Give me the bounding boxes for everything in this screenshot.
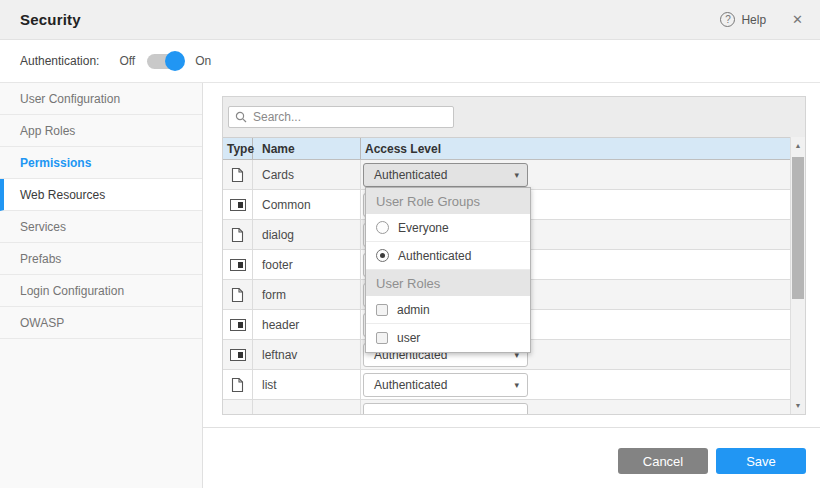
help-icon[interactable]: ? xyxy=(720,12,735,27)
access-cell: Authenticated ▾ xyxy=(361,370,790,399)
sidebar-item-label: Web Resources xyxy=(20,188,105,202)
access-cell xyxy=(361,400,790,414)
close-icon[interactable]: ✕ xyxy=(792,12,803,27)
table-row-partial xyxy=(223,400,790,414)
name-cell: header xyxy=(253,310,361,339)
page-icon xyxy=(231,227,244,243)
access-level-dropdown[interactable] xyxy=(363,403,528,415)
chevron-down-icon: ▾ xyxy=(514,380,519,390)
sidebar-item-web-resources[interactable]: Web Resources xyxy=(0,179,202,211)
access-level-dropdown[interactable]: Authenticated ▾ xyxy=(363,163,528,187)
name-cell: Cards xyxy=(253,160,361,189)
name-cell: list xyxy=(253,370,361,399)
group-header-user-roles: User Roles xyxy=(366,270,530,296)
scroll-up-icon[interactable]: ▲ xyxy=(791,138,805,153)
sidebar-item-label: App Roles xyxy=(20,124,75,138)
table-row: Cards Authenticated ▾ xyxy=(223,160,790,190)
sidebar-item-permissions[interactable]: Permissions xyxy=(0,147,202,179)
sidebar-item-services[interactable]: Services xyxy=(0,211,202,243)
checkbox-icon[interactable] xyxy=(376,304,388,316)
sidebar-item-login-configuration[interactable]: Login Configuration xyxy=(0,275,202,307)
option-admin[interactable]: admin xyxy=(366,296,530,324)
toggle-on-label: On xyxy=(195,54,211,68)
partial-icon xyxy=(230,259,246,271)
option-label: user xyxy=(397,331,420,345)
name-cell: dialog xyxy=(253,220,361,249)
authentication-bar: Authentication: Off On xyxy=(0,40,820,83)
window-titlebar: Security ? Help ✕ xyxy=(0,0,820,40)
option-everyone[interactable]: Everyone xyxy=(366,214,530,242)
sidebar: User Configuration App Roles Permissions… xyxy=(0,83,203,488)
access-cell: Authenticated ▾ xyxy=(361,160,790,189)
radio-checked-icon[interactable] xyxy=(376,249,389,262)
page-icon xyxy=(231,167,244,183)
sidebar-item-label: User Configuration xyxy=(20,92,120,106)
footer-bar: Cancel Save xyxy=(203,427,820,488)
column-header-type: Type xyxy=(223,138,253,159)
name-cell: Common xyxy=(253,190,361,219)
group-header-user-role-groups: User Role Groups xyxy=(366,188,530,214)
sidebar-item-label: Services xyxy=(20,220,66,234)
table-header-row: Type Name Access Level xyxy=(223,137,790,160)
dropdown-value: Authenticated xyxy=(374,378,447,392)
scroll-down-icon[interactable]: ▼ xyxy=(791,398,805,413)
radio-icon[interactable] xyxy=(376,221,389,234)
page-title: Security xyxy=(20,11,81,28)
partial-icon xyxy=(230,349,246,361)
type-cell xyxy=(223,250,253,279)
sidebar-item-owasp[interactable]: OWASP xyxy=(0,307,202,339)
type-cell xyxy=(223,310,253,339)
option-user[interactable]: user xyxy=(366,324,530,352)
access-level-dropdown[interactable]: Authenticated ▾ xyxy=(363,373,528,397)
sidebar-item-app-roles[interactable]: App Roles xyxy=(0,115,202,147)
search-icon xyxy=(235,111,247,123)
security-window: Security ? Help ✕ Authentication: Off On… xyxy=(0,0,820,488)
type-cell xyxy=(223,220,253,249)
type-cell xyxy=(223,400,253,414)
search-box[interactable] xyxy=(228,106,454,128)
page-icon xyxy=(231,377,244,393)
access-level-dropdown-panel: User Role Groups Everyone Authenticated … xyxy=(365,187,531,353)
option-label: Everyone xyxy=(398,221,449,235)
name-cell: form xyxy=(253,280,361,309)
main-content: Type Name Access Level Cards xyxy=(203,83,820,488)
type-cell xyxy=(223,340,253,369)
type-cell xyxy=(223,280,253,309)
table-row: list Authenticated ▾ xyxy=(223,370,790,400)
sidebar-item-label: Permissions xyxy=(20,156,91,170)
scrollbar-thumb[interactable] xyxy=(792,157,804,299)
sidebar-item-user-configuration[interactable]: User Configuration xyxy=(0,83,202,115)
option-authenticated[interactable]: Authenticated xyxy=(366,242,530,270)
column-header-access-level: Access Level xyxy=(361,138,790,159)
sidebar-item-label: OWASP xyxy=(20,316,64,330)
sidebar-item-label: Prefabs xyxy=(20,252,61,266)
authentication-toggle[interactable] xyxy=(147,54,183,69)
type-cell xyxy=(223,370,253,399)
sidebar-item-label: Login Configuration xyxy=(20,284,124,298)
search-input[interactable] xyxy=(253,110,447,124)
toggle-knob xyxy=(165,51,185,71)
page-icon xyxy=(231,287,244,303)
type-cell xyxy=(223,190,253,219)
checkbox-icon[interactable] xyxy=(376,332,388,344)
web-resources-panel: Type Name Access Level Cards xyxy=(222,96,806,415)
save-button[interactable]: Save xyxy=(716,448,806,474)
sidebar-item-prefabs[interactable]: Prefabs xyxy=(0,243,202,275)
column-header-name: Name xyxy=(253,138,361,159)
toggle-off-label: Off xyxy=(119,54,135,68)
vertical-scrollbar[interactable]: ▲ ▼ xyxy=(790,137,805,414)
type-cell xyxy=(223,160,253,189)
window-body: User Configuration App Roles Permissions… xyxy=(0,83,820,488)
authentication-label: Authentication: xyxy=(20,54,99,68)
name-cell xyxy=(253,400,361,414)
dropdown-value: Authenticated xyxy=(374,168,447,182)
help-link[interactable]: Help xyxy=(741,13,766,27)
name-cell: footer xyxy=(253,250,361,279)
chevron-down-icon: ▾ xyxy=(514,170,519,180)
option-label: admin xyxy=(397,303,430,317)
partial-icon xyxy=(230,199,246,211)
option-label: Authenticated xyxy=(398,249,471,263)
cancel-button[interactable]: Cancel xyxy=(618,448,708,474)
table-toolbar xyxy=(223,97,805,137)
titlebar-actions: ? Help ✕ xyxy=(720,12,803,27)
